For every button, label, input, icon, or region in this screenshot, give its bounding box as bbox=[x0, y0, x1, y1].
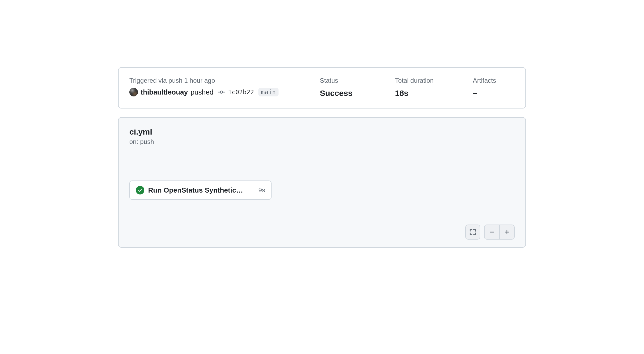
run-summary-panel: Triggered via push 1 hour ago thibaultle… bbox=[118, 67, 526, 109]
branch-pill[interactable]: main bbox=[258, 88, 279, 96]
artifacts-label: Artifacts bbox=[473, 76, 515, 85]
zoom-controls bbox=[465, 225, 515, 240]
job-card[interactable]: Run OpenStatus Synthetic… 9s bbox=[129, 180, 272, 200]
action-word: pushed bbox=[191, 88, 213, 96]
trigger-column: Triggered via push 1 hour ago thibaultle… bbox=[129, 76, 314, 98]
duration-column: Total duration 18s bbox=[395, 76, 467, 98]
workflow-graph-panel: ci.yml on: push Run OpenStatus Synthetic… bbox=[118, 117, 526, 248]
workflow-trigger-text: on: push bbox=[129, 138, 515, 146]
content-column: Triggered via push 1 hour ago thibaultle… bbox=[118, 67, 526, 354]
workflow-file-name[interactable]: ci.yml bbox=[129, 127, 515, 136]
zoom-group bbox=[484, 225, 515, 240]
zoom-in-button[interactable] bbox=[500, 225, 514, 239]
commit-icon bbox=[218, 89, 225, 96]
username-link[interactable]: thibaultleouay bbox=[141, 88, 188, 96]
duration-value[interactable]: 18s bbox=[395, 88, 467, 98]
status-label: Status bbox=[320, 76, 390, 85]
zoom-out-button[interactable] bbox=[485, 225, 499, 239]
trigger-row: thibaultleouay pushed 1c02b22 main bbox=[129, 88, 314, 96]
success-icon bbox=[136, 186, 144, 194]
commit-sha-link[interactable]: 1c02b22 bbox=[228, 89, 254, 96]
fullscreen-button[interactable] bbox=[465, 225, 480, 240]
duration-label: Total duration bbox=[395, 76, 467, 85]
avatar[interactable] bbox=[129, 88, 138, 96]
artifacts-value: – bbox=[473, 88, 515, 98]
job-duration: 9s bbox=[258, 186, 265, 194]
trigger-label: Triggered via push 1 hour ago bbox=[129, 76, 314, 85]
viewport: Triggered via push 1 hour ago thibaultle… bbox=[0, 0, 644, 354]
svg-point-0 bbox=[220, 91, 222, 93]
status-value: Success bbox=[320, 88, 390, 98]
status-column: Status Success bbox=[320, 76, 390, 98]
job-name: Run OpenStatus Synthetic… bbox=[148, 186, 255, 194]
artifacts-column: Artifacts – bbox=[473, 76, 515, 98]
